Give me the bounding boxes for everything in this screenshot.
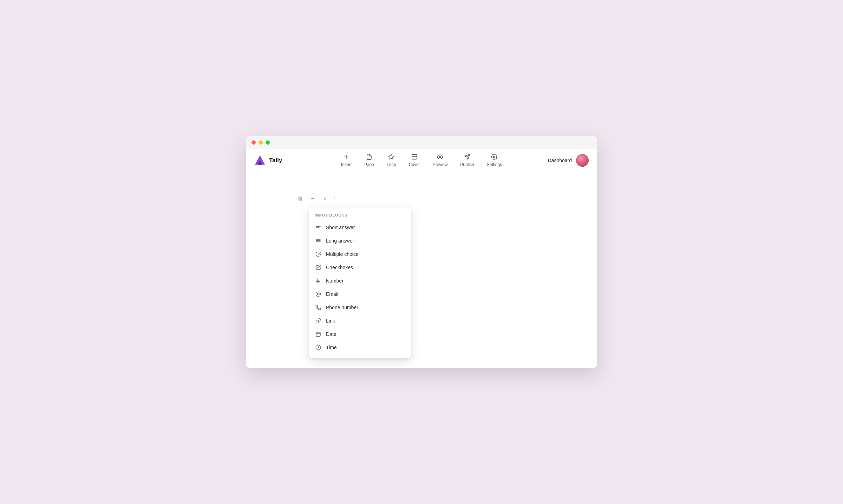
nav-preview-label: Preview bbox=[433, 162, 448, 167]
checkboxes-label: Checkboxes bbox=[326, 265, 353, 270]
svg-line-28 bbox=[319, 279, 319, 283]
svg-point-8 bbox=[439, 156, 441, 158]
dropdown-item-date[interactable]: Date bbox=[309, 327, 411, 341]
dropdown-item-long-answer[interactable]: Long answer bbox=[309, 234, 411, 247]
nav-publish[interactable]: Publish bbox=[455, 152, 479, 169]
nav-settings[interactable]: Settings bbox=[481, 152, 508, 169]
svg-marker-5 bbox=[389, 154, 394, 159]
navbar: Tally Insert Page bbox=[246, 148, 597, 172]
nav-settings-label: Settings bbox=[487, 162, 502, 167]
titlebar bbox=[246, 136, 597, 148]
nav-cover[interactable]: Cover bbox=[403, 152, 426, 169]
svg-point-17 bbox=[325, 197, 326, 197]
svg-point-15 bbox=[324, 198, 325, 199]
nav-publish-label: Publish bbox=[460, 162, 474, 167]
number-label: Number bbox=[326, 278, 344, 284]
multiple-choice-icon bbox=[315, 251, 322, 258]
multiple-choice-label: Multiple choice bbox=[326, 251, 359, 257]
svg-rect-6 bbox=[412, 154, 417, 159]
add-block-button[interactable] bbox=[308, 193, 318, 203]
email-label: Email bbox=[326, 291, 338, 297]
block-controls: / bbox=[295, 193, 335, 203]
phone-number-label: Phone number bbox=[326, 305, 358, 310]
checkboxes-icon bbox=[315, 264, 322, 271]
publish-icon bbox=[464, 154, 470, 161]
svg-line-27 bbox=[317, 279, 318, 283]
number-icon bbox=[315, 277, 322, 284]
preview-icon bbox=[437, 154, 443, 161]
svg-point-14 bbox=[324, 197, 325, 197]
short-answer-label: Short answer bbox=[326, 225, 355, 230]
dropdown-item-multiple-choice[interactable]: Multiple choice bbox=[309, 247, 411, 261]
app-window: Tally Insert Page bbox=[246, 136, 597, 368]
logo-icon bbox=[388, 154, 394, 161]
dropdown-item-time[interactable]: Time bbox=[309, 341, 411, 354]
svg-point-18 bbox=[325, 198, 326, 199]
insert-icon bbox=[343, 154, 349, 161]
dropdown-item-phone-number[interactable]: Phone number bbox=[309, 301, 411, 314]
time-label: Time bbox=[326, 345, 337, 350]
date-label: Date bbox=[326, 331, 336, 337]
time-icon bbox=[315, 344, 322, 351]
dropdown-section-title: INPUT BLOCKS bbox=[309, 213, 411, 221]
email-icon bbox=[315, 291, 322, 298]
svg-rect-30 bbox=[316, 332, 320, 337]
svg-point-11 bbox=[494, 156, 495, 158]
nav-page-label: Page bbox=[364, 162, 374, 167]
svg-point-19 bbox=[325, 199, 326, 200]
date-icon bbox=[315, 331, 322, 338]
nav-right: Dashboard bbox=[548, 154, 589, 167]
page-icon bbox=[366, 154, 372, 161]
main-content: / INPUT BLOCKS Short answer bbox=[246, 172, 597, 368]
dropdown-item-checkboxes[interactable]: Checkboxes bbox=[309, 261, 411, 274]
svg-rect-7 bbox=[412, 154, 417, 156]
svg-point-16 bbox=[324, 199, 325, 200]
nav-preview[interactable]: Preview bbox=[427, 152, 453, 169]
link-icon bbox=[315, 317, 322, 324]
dropdown-item-short-answer[interactable]: Short answer bbox=[309, 221, 411, 234]
nav-center: Insert Page Logo bbox=[335, 152, 508, 169]
brand-logo-icon bbox=[254, 155, 266, 166]
dropdown-item-link[interactable]: Link bbox=[309, 314, 411, 327]
cover-icon bbox=[411, 154, 418, 161]
dropdown-item-number[interactable]: Number bbox=[309, 274, 411, 287]
nav-logo-label: Logo bbox=[387, 162, 396, 167]
nav-insert[interactable]: Insert bbox=[335, 152, 357, 169]
long-answer-label: Long answer bbox=[326, 238, 354, 244]
close-button[interactable] bbox=[251, 140, 256, 145]
avatar[interactable] bbox=[576, 154, 589, 167]
svg-point-29 bbox=[317, 293, 319, 295]
input-blocks-dropdown: INPUT BLOCKS Short answer bbox=[309, 207, 411, 358]
brand[interactable]: Tally bbox=[254, 155, 282, 166]
nav-logo[interactable]: Logo bbox=[381, 152, 402, 169]
nav-page[interactable]: Page bbox=[359, 152, 380, 169]
link-label: Link bbox=[326, 318, 335, 324]
delete-block-button[interactable] bbox=[295, 193, 305, 203]
nav-insert-label: Insert bbox=[341, 162, 352, 167]
brand-name: Tally bbox=[269, 157, 282, 164]
long-answer-icon bbox=[315, 237, 322, 244]
dropdown-item-email[interactable]: Email bbox=[309, 287, 411, 301]
drag-handle[interactable] bbox=[320, 193, 330, 203]
minimize-button[interactable] bbox=[259, 140, 263, 145]
phone-number-icon bbox=[315, 304, 322, 311]
nav-cover-label: Cover bbox=[409, 162, 420, 167]
short-answer-icon bbox=[315, 224, 322, 231]
settings-icon bbox=[491, 154, 497, 161]
maximize-button[interactable] bbox=[266, 140, 270, 145]
slash-char: / bbox=[334, 195, 335, 201]
dashboard-link[interactable]: Dashboard bbox=[548, 158, 572, 163]
